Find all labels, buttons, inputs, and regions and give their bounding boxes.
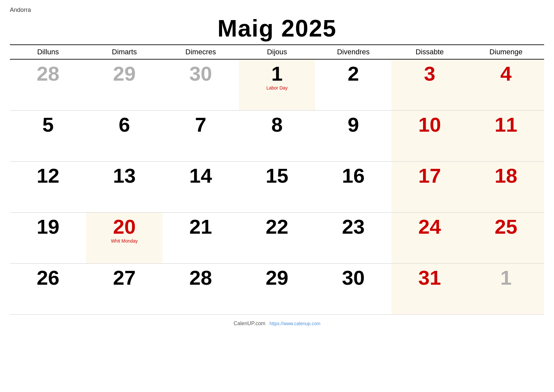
day-cell: 7 [163,110,239,161]
day-cell: 30 [163,59,239,110]
day-number: 31 [418,268,441,288]
day-number: 25 [495,217,517,237]
week-row-1: 2829301Labor Day234 [10,59,544,110]
day-cell: 15 [239,161,315,212]
day-number: 29 [113,64,136,84]
day-number: 29 [266,268,289,288]
week-row-4: 1920Whit Monday2122232425 [10,212,544,263]
calendar-table: DillunsDimartsDimecresDijousDivendresDis… [10,44,544,315]
day-number: 3 [424,64,435,84]
month-title: Maig 2025 [10,15,544,42]
header-row: DillunsDimartsDimecresDijousDivendresDis… [10,45,544,59]
day-cell: 23 [315,212,391,263]
day-cell: 16 [315,161,391,212]
day-number: 24 [418,217,441,237]
day-number: 14 [189,166,212,186]
day-cell: 30 [315,263,391,314]
day-number: 5 [42,115,54,135]
day-cell: 20Whit Monday [86,212,163,263]
footer: CalenUP.com https://www.calenup.com [10,321,544,327]
day-number: 10 [418,115,441,135]
day-cell: 8 [239,110,315,161]
day-cell: 28 [10,59,86,110]
day-number: 17 [418,166,441,186]
day-number: 11 [495,115,517,135]
day-number: 22 [266,217,289,237]
day-cell: 29 [86,59,163,110]
day-number: 9 [348,115,359,135]
day-number: 30 [189,64,212,84]
day-number: 12 [37,166,60,186]
day-cell: 21 [163,212,239,263]
day-number: 4 [500,64,512,84]
header-dilluns: Dilluns [10,45,86,59]
day-number: 28 [37,64,60,84]
day-cell: 10 [391,110,468,161]
holiday-label: Labor Day [266,85,288,91]
header-divendres: Divendres [315,45,391,59]
day-number: 16 [342,166,365,186]
header-diumenge: Diumenge [468,45,544,59]
day-number: 8 [271,115,283,135]
header-dimecres: Dimecres [163,45,239,59]
day-cell: 12 [10,161,86,212]
day-cell: 11 [468,110,544,161]
day-number: 7 [195,115,206,135]
header-dimarts: Dimarts [86,45,163,59]
day-number: 21 [189,217,212,237]
footer-url: https://www.calenup.com [269,321,320,326]
day-number: 13 [113,166,136,186]
day-number: 20 [113,217,136,237]
day-cell: 9 [315,110,391,161]
day-cell: 24 [391,212,468,263]
day-cell: 1Labor Day [239,59,315,110]
day-cell: 19 [10,212,86,263]
day-cell: 27 [86,263,163,314]
header-dissabte: Dissabte [391,45,468,59]
day-cell: 17 [391,161,468,212]
week-row-2: 567891011 [10,110,544,161]
day-number: 6 [119,115,130,135]
day-cell: 6 [86,110,163,161]
day-cell: 31 [391,263,468,314]
day-number: 23 [342,217,365,237]
day-number: 2 [348,64,359,84]
day-cell: 2 [315,59,391,110]
day-number: 18 [495,166,517,186]
day-number: 19 [37,217,60,237]
day-cell: 13 [86,161,163,212]
day-cell: 22 [239,212,315,263]
holiday-label: Whit Monday [111,238,138,244]
day-number: 1 [500,268,512,288]
day-number: 1 [271,64,283,84]
week-row-5: 2627282930311 [10,263,544,314]
day-number: 15 [266,166,289,186]
day-cell: 14 [163,161,239,212]
day-cell: 28 [163,263,239,314]
day-number: 28 [189,268,212,288]
day-cell: 26 [10,263,86,314]
day-cell: 3 [391,59,468,110]
week-row-3: 12131415161718 [10,161,544,212]
footer-brand: CalenUP.com [234,321,265,326]
region-label: Andorra [10,7,544,13]
day-cell: 25 [468,212,544,263]
day-number: 26 [37,268,60,288]
day-number: 27 [113,268,136,288]
header-dijous: Dijous [239,45,315,59]
day-cell: 1 [468,263,544,314]
day-number: 30 [342,268,365,288]
day-cell: 18 [468,161,544,212]
day-cell: 4 [468,59,544,110]
day-cell: 29 [239,263,315,314]
day-cell: 5 [10,110,86,161]
